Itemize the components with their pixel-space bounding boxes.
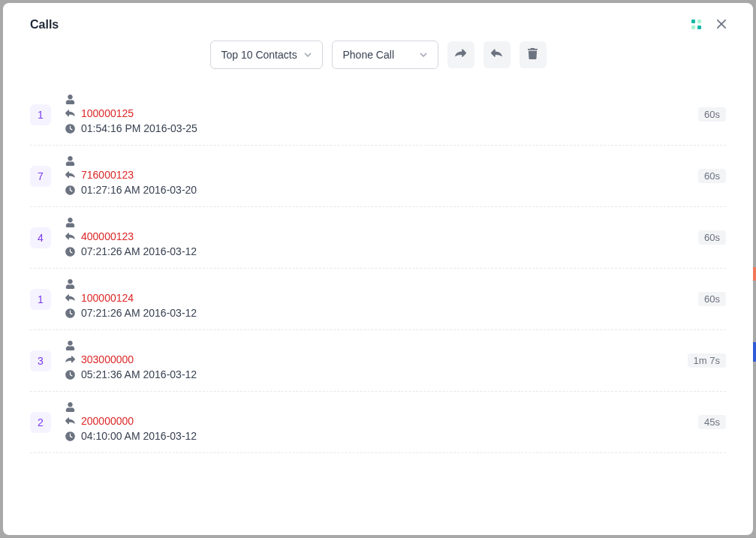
number-row: 200000000 [65, 415, 698, 427]
timestamp-text: 01:54:16 PM 2016-03-25 [81, 122, 197, 134]
phone-number-link[interactable]: 400000123 [81, 230, 134, 242]
call-details: 20000000004:10:00 AM 2016-03-12 [65, 402, 698, 442]
svg-rect-1 [697, 20, 701, 23]
clock-icon [65, 431, 75, 441]
contacts-filter-select[interactable]: Top 10 Contacts [210, 41, 323, 69]
type-filter-label: Phone Call [343, 49, 395, 61]
share-icon [455, 48, 466, 62]
clock-icon [65, 247, 75, 257]
call-details: 71600012301:27:16 AM 2016-03-20 [65, 156, 698, 196]
clock-icon [65, 370, 75, 380]
number-row: 716000123 [65, 169, 698, 181]
decoration [753, 342, 756, 362]
phone-number-link[interactable]: 303000000 [81, 353, 134, 365]
contact-row [65, 341, 688, 350]
rank-badge: 7 [30, 166, 51, 187]
phone-number-link[interactable]: 716000123 [81, 169, 134, 181]
number-row: 100000125 [65, 107, 698, 119]
share-icon [65, 355, 75, 365]
reply-icon [491, 48, 502, 62]
person-icon [65, 156, 75, 166]
duration-badge: 45s [698, 415, 726, 429]
chevron-down-icon [304, 53, 312, 57]
call-item[interactable]: 110000012407:21:26 AM 2016-03-1260s [30, 269, 726, 330]
phone-number-link[interactable]: 200000000 [81, 415, 134, 427]
rank-badge: 2 [30, 412, 51, 433]
number-row: 100000124 [65, 292, 698, 304]
contact-row [65, 402, 698, 412]
svg-rect-3 [697, 26, 701, 29]
phone-number-link[interactable]: 100000125 [81, 107, 134, 119]
reply-icon [65, 293, 75, 303]
svg-rect-0 [691, 20, 695, 23]
duration-badge: 60s [698, 292, 726, 306]
chevron-down-icon [420, 53, 427, 57]
duration-badge: 60s [698, 107, 726, 122]
duration-badge: 60s [698, 230, 726, 245]
reply-icon [65, 232, 75, 242]
rank-badge: 1 [30, 289, 51, 310]
calls-modal: Calls Top 10 Contacts [3, 3, 753, 535]
rank-badge: 3 [30, 350, 51, 371]
timestamp-row: 07:21:26 AM 2016-03-12 [65, 307, 698, 319]
person-icon [65, 218, 75, 227]
duration-badge: 1m 7s [688, 353, 726, 368]
svg-rect-2 [691, 26, 695, 29]
close-icon[interactable] [717, 19, 726, 31]
clock-icon [65, 185, 75, 195]
call-item[interactable]: 771600012301:27:16 AM 2016-03-2060s [30, 146, 726, 207]
reply-button[interactable] [483, 41, 511, 68]
reply-icon [65, 416, 75, 426]
number-row: 303000000 [65, 353, 688, 365]
rank-badge: 4 [30, 227, 51, 248]
timestamp-text: 01:27:16 AM 2016-03-20 [81, 184, 197, 196]
trash-icon [527, 48, 538, 62]
contact-row [65, 279, 698, 289]
contacts-filter-label: Top 10 Contacts [221, 49, 297, 61]
call-item[interactable]: 330300000005:21:36 AM 2016-03-121m 7s [30, 330, 726, 392]
call-item[interactable]: 220000000004:10:00 AM 2016-03-1245s [30, 392, 726, 453]
grid-qr-icon[interactable] [691, 20, 702, 30]
decoration [753, 267, 756, 281]
timestamp-row: 05:21:36 AM 2016-03-12 [65, 368, 688, 380]
clock-icon [65, 308, 75, 318]
person-icon [65, 341, 75, 350]
timestamp-row: 01:54:16 PM 2016-03-25 [65, 122, 698, 134]
toolbar: Top 10 Contacts Phone Call [3, 32, 753, 84]
type-filter-select[interactable]: Phone Call [332, 41, 438, 69]
calls-list[interactable]: 110000012501:54:16 PM 2016-03-2560s77160… [3, 84, 753, 535]
modal-header: Calls [3, 3, 753, 32]
call-item[interactable]: 440000012307:21:26 AM 2016-03-1260s [30, 207, 726, 269]
contact-row [65, 156, 698, 166]
delete-button[interactable] [520, 41, 547, 68]
phone-number-link[interactable]: 100000124 [81, 292, 134, 304]
reply-icon [65, 109, 75, 119]
timestamp-row: 01:27:16 AM 2016-03-20 [65, 184, 698, 196]
rank-badge: 1 [30, 104, 51, 125]
call-item[interactable]: 110000012501:54:16 PM 2016-03-2560s [30, 84, 726, 146]
share-button[interactable] [447, 41, 474, 68]
timestamp-row: 07:21:26 AM 2016-03-12 [65, 245, 698, 257]
person-icon [65, 95, 75, 104]
call-details: 10000012407:21:26 AM 2016-03-12 [65, 279, 698, 319]
timestamp-text: 07:21:26 AM 2016-03-12 [81, 307, 197, 319]
header-actions [691, 19, 726, 31]
contact-row [65, 95, 698, 104]
reply-icon [65, 170, 75, 180]
timestamp-text: 04:10:00 AM 2016-03-12 [81, 430, 197, 442]
call-details: 30300000005:21:36 AM 2016-03-12 [65, 341, 688, 380]
timestamp-text: 07:21:26 AM 2016-03-12 [81, 245, 197, 257]
number-row: 400000123 [65, 230, 698, 242]
timestamp-text: 05:21:36 AM 2016-03-12 [81, 368, 197, 380]
page-title: Calls [30, 18, 59, 32]
duration-badge: 60s [698, 169, 726, 183]
person-icon [65, 402, 75, 412]
call-details: 10000012501:54:16 PM 2016-03-25 [65, 95, 698, 134]
contact-row [65, 218, 698, 227]
call-details: 40000012307:21:26 AM 2016-03-12 [65, 218, 698, 257]
clock-icon [65, 124, 75, 134]
person-icon [65, 279, 75, 289]
timestamp-row: 04:10:00 AM 2016-03-12 [65, 430, 698, 442]
